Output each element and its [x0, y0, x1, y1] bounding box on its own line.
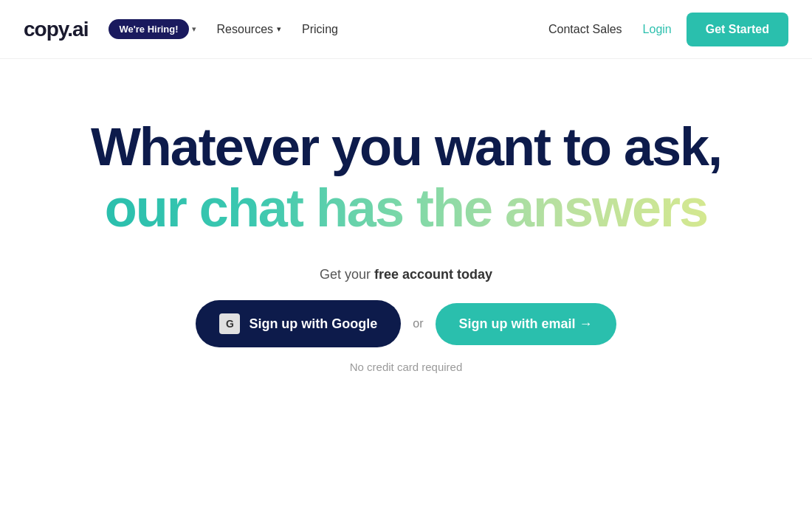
nav-item-resources[interactable]: Resources ▾ [217, 23, 281, 36]
free-account-bold: free account today [374, 267, 492, 282]
hero-section: Whatever you want to ask, our chat has t… [0, 59, 812, 373]
no-credit-card-text: No credit card required [350, 361, 463, 373]
google-signup-button[interactable]: G Sign up with Google [196, 300, 401, 347]
login-link[interactable]: Login [643, 23, 672, 36]
hero-headline-line1: Whatever you want to ask, [91, 118, 721, 176]
hiring-badge[interactable]: We're Hiring! [109, 19, 188, 39]
logo[interactable]: copy.ai [24, 18, 88, 41]
free-account-text: Get your free account today [320, 267, 492, 282]
navigation: copy.ai We're Hiring! ▾ Resources ▾ Pric… [0, 0, 812, 59]
cta-row: G Sign up with Google or Sign up with em… [196, 300, 616, 347]
resources-chevron-icon: ▾ [277, 24, 281, 34]
hero-headline-line2: our chat has the answers [105, 179, 707, 237]
contact-sales-link[interactable]: Contact Sales [548, 23, 622, 36]
hiring-chevron-icon[interactable]: ▾ [192, 24, 196, 34]
nav-item-pricing[interactable]: Pricing [302, 23, 338, 36]
google-icon: G [219, 313, 240, 334]
email-signup-button[interactable]: Sign up with email → [436, 303, 616, 345]
get-started-button[interactable]: Get Started [687, 13, 788, 46]
or-divider: or [413, 317, 423, 330]
